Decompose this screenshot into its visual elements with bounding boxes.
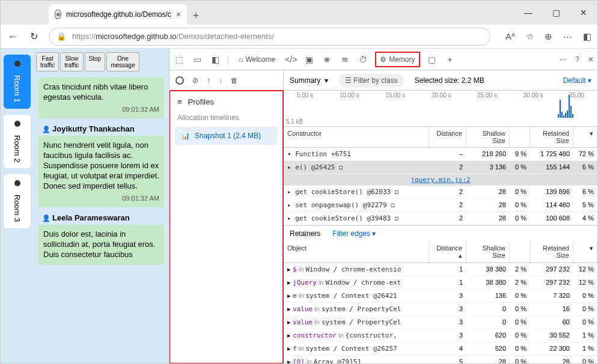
selected-size-label: Selected size: 2.2 MB (415, 76, 484, 85)
constructor-row[interactable]: ▸ set onpageswap() @92279 ◻2280 %114 480… (284, 199, 597, 212)
stop-button[interactable]: Stop (85, 52, 106, 71)
inspect-icon[interactable]: ⬚ (173, 55, 185, 64)
constructor-header[interactable]: Constructor Distance Shallow Size Retain… (284, 127, 597, 148)
constructor-row[interactable]: ▸ get cookieStore() @39483 ◻2280 %100 60… (284, 212, 597, 225)
slow-traffic-button[interactable]: Slow traffic (60, 52, 83, 71)
retainers-header[interactable]: Object Distance ▴ Shallow Size Retained … (284, 241, 597, 263)
message-author: Joyikutty Thankachan (42, 124, 164, 133)
dock-icon[interactable]: ◧ (209, 55, 221, 64)
more-icon[interactable]: ⋯ (560, 55, 567, 64)
device-icon[interactable]: ▭ (191, 55, 203, 64)
close-window-button[interactable]: ✕ (570, 1, 597, 25)
constructor-row[interactable]: ▸ get cookieStore() @62033 ◻2280 %139 89… (284, 186, 597, 199)
more-tabs-icon[interactable]: + (444, 55, 456, 64)
console-icon[interactable]: ▣ (303, 55, 315, 64)
retainer-row[interactable]: ▸ [0] in Array @791515280 %280 % (284, 356, 597, 363)
retainer-row[interactable]: ▸ jQuery in Window / chrome-ext138 3802 … (284, 276, 597, 290)
constructor-row[interactable]: ▾ Function ×6751–218 2609 %1 725 48072 % (284, 148, 597, 161)
fast-traffic-button[interactable]: Fast traffic (36, 52, 59, 71)
view-select[interactable]: Summary ▾ (290, 76, 328, 85)
source-link[interactable]: jquery.min.js:2 (284, 174, 597, 186)
snapshot-item[interactable]: 📊 Snapshot 1 (2.4 MB) (175, 127, 278, 145)
address-input[interactable]: 🔒 https://microsoftedge.github.io/Demos/… (49, 28, 490, 46)
app-content: Room 1 Room 2 Room 3 Fast traffic Slow t… (1, 49, 169, 363)
message-body: Duis dolor est, lacinia in sollicitudin … (38, 225, 164, 265)
collections-icon[interactable]: ⊕ (545, 31, 552, 42)
maximize-button[interactable]: ▢ (542, 1, 570, 25)
globe-icon: ⊕ (55, 10, 61, 19)
filter-edges[interactable]: Filter edges ▾ (332, 229, 376, 238)
retainer-row[interactable]: ▸ value in system / PropertyCel300 %600 … (284, 316, 597, 329)
tab-title: microsoftedge.github.io/Demos/c (66, 10, 171, 19)
alloc-timelines-label: Allocation timelines (170, 112, 282, 126)
close-tab-icon[interactable]: × (176, 10, 181, 19)
load-icon[interactable]: ↑ (207, 76, 210, 85)
lock-icon: 🔒 (56, 32, 66, 41)
tab-memory[interactable]: ⚙ Memory (375, 52, 420, 67)
profiles-header: ≡ Profiles (170, 91, 282, 112)
performance-icon[interactable]: ⏱ (357, 55, 369, 64)
titlebar: ⊕ microsoftedge.github.io/Demos/c × + — … (1, 1, 597, 25)
sources-icon[interactable]: ⋇ (321, 55, 333, 64)
back-button[interactable]: ← (7, 31, 19, 42)
save-icon[interactable]: ↓ (219, 76, 222, 85)
default-select[interactable]: Default ▾ (563, 76, 591, 85)
close-devtools-icon[interactable]: ✕ (588, 55, 594, 64)
room-1[interactable]: Room 1 (4, 55, 31, 109)
clear-icon[interactable]: ⊘ (192, 76, 198, 85)
favorite-icon[interactable]: ☆ (526, 31, 534, 42)
devtools-panel: ⬚ ▭ ◧ | ⌂ Welcome </> ▣ ⋇ ≋ ⏱ ⚙ Memory ▢… (169, 49, 597, 363)
message-body: Cras tincidunt nibh vitae libero egestas… (38, 77, 164, 118)
timeline-chart[interactable]: 5.00 s10.00 s15.00 s20.00 s25.00 s30.00 … (284, 91, 597, 127)
new-tab-button[interactable]: + (187, 7, 205, 25)
browser-tab[interactable]: ⊕ microsoftedge.github.io/Demos/c × (49, 4, 187, 25)
retainer-row[interactable]: ▸ value in system / PropertyCel300 %160 … (284, 303, 597, 316)
record-icon[interactable] (175, 76, 184, 85)
minimize-button[interactable]: — (514, 1, 542, 25)
reading-icon[interactable]: Aᴬ (505, 31, 515, 42)
delete-icon[interactable]: 🗑 (231, 76, 238, 85)
message-body: Nunc hendrerit velit ligula, non faucibu… (38, 136, 164, 207)
room-3[interactable]: Room 3 (4, 174, 31, 228)
retainers-label: Retainers (290, 229, 320, 238)
one-message-button[interactable]: One message (106, 52, 139, 71)
retainer-row[interactable]: ▸ constructor in {constructor,36200 %30 … (284, 329, 597, 342)
tab-welcome[interactable]: ⌂ Welcome (235, 53, 279, 66)
retainer-row[interactable]: ▸ e in system / Context @2642131360 %7 3… (284, 290, 597, 303)
refresh-button[interactable]: ↻ (28, 31, 40, 42)
room-2[interactable]: Room 2 (4, 115, 31, 169)
retainer-row[interactable]: ▸ $ in Window / chrome-extensio138 3802 … (284, 263, 597, 276)
elements-icon[interactable]: </> (285, 55, 297, 64)
url-bar: ← ↻ 🔒 https://microsoftedge.github.io/De… (1, 25, 597, 49)
filter-input[interactable]: ☰ Filter by class (339, 74, 404, 87)
constructor-row[interactable]: ▸ e() @26425 ◻23 1360 %155 1446 % (284, 161, 597, 174)
retainer-row[interactable]: ▸ f in system / Context @2625745200 %22 … (284, 342, 597, 356)
message-author: Leela Parameswaran (42, 213, 164, 222)
app-icon[interactable]: ▢ (426, 55, 438, 64)
sidebar-icon[interactable]: ◧ (583, 31, 591, 42)
menu-icon[interactable]: ⋯ (563, 31, 572, 42)
network-icon[interactable]: ≋ (339, 55, 351, 64)
help-icon[interactable]: ? (575, 55, 579, 64)
